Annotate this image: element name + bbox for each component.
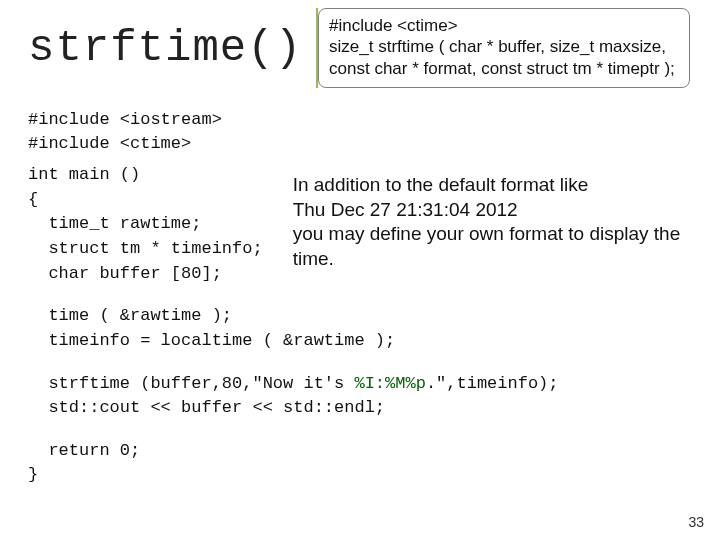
mid-row: int main () { time_t rawtime; struct tm … xyxy=(28,163,690,286)
page-number: 33 xyxy=(688,514,704,530)
note-line-3: you may define your own format to displa… xyxy=(293,222,690,271)
code-includes: #include <iostream> #include <ctime> xyxy=(28,108,690,157)
signature-prototype: size_t strftime ( char * buffer, size_t … xyxy=(329,36,679,79)
title-wrap: strftime() xyxy=(28,8,316,88)
body: #include <iostream> #include <ctime> int… xyxy=(28,108,690,488)
code-return: return 0; } xyxy=(28,439,690,488)
code-strftime-call: strftime (buffer,80,"Now it's %I:%M%p.",… xyxy=(28,372,690,421)
explanation-note: In addition to the default format like T… xyxy=(293,173,690,272)
note-line-2: Thu Dec 27 21:31:04 2012 xyxy=(293,198,690,223)
code-time-calls: time ( &rawtime ); timeinfo = localtime … xyxy=(28,304,690,353)
signature-box: #include <ctime> size_t strftime ( char … xyxy=(318,8,690,88)
slide: strftime() #include <ctime> size_t strft… xyxy=(0,0,720,540)
code-strftime-pre: strftime (buffer,80,"Now it's xyxy=(28,374,354,393)
header-row: strftime() #include <ctime> size_t strft… xyxy=(28,8,690,88)
note-line-1: In addition to the default format like xyxy=(293,173,690,198)
code-format-token: %I:%M%p xyxy=(354,374,425,393)
signature-include: #include <ctime> xyxy=(329,15,679,36)
code-main-decl: int main () { time_t rawtime; struct tm … xyxy=(28,163,263,286)
slide-title: strftime() xyxy=(28,23,302,73)
